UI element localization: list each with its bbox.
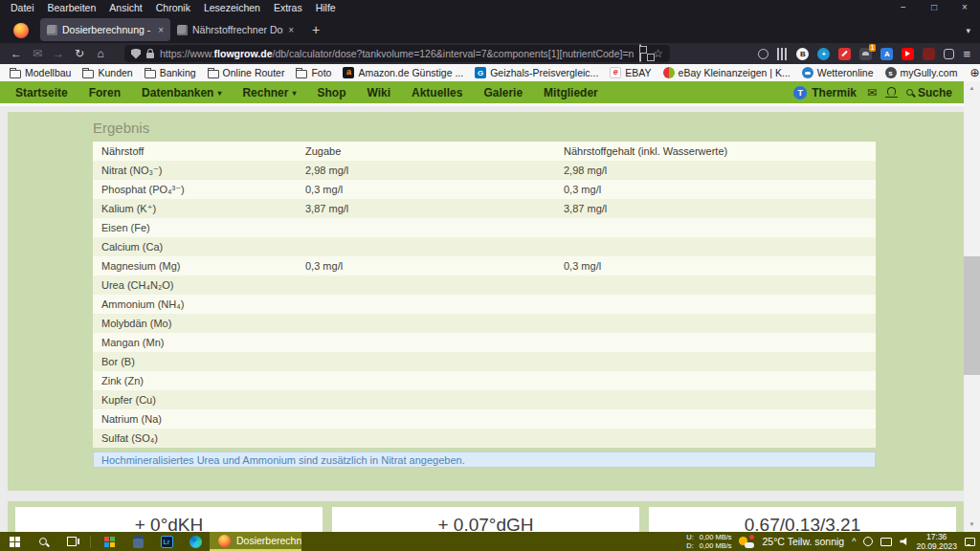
bookmark-icon [343,67,354,78]
menu-item[interactable]: Chronik [149,2,197,13]
new-tab-button[interactable]: + [312,22,320,37]
nutrient-label: Urea (CH₄N₂O) [93,279,297,291]
site-nav-label: Foren [89,86,121,99]
extension-red-tool-icon[interactable] [838,48,851,60]
table-row: Natrium (Na) [93,409,876,429]
nutrient-label: Calcium (Ca) [93,241,297,253]
tab-close-icon[interactable]: × [158,25,164,35]
result-panel: Ergebnis Nährstoff Zugabe Nährstoffgehal… [8,112,964,491]
messages-envelope-icon[interactable]: ✉ [867,86,877,99]
bookmark-item[interactable]: Banking [139,67,202,78]
action-center-icon[interactable] [965,538,975,546]
firefox-taskbar-button[interactable]: Dosierberechnung -... [210,532,301,551]
table-row: Eisen (Fe) [93,218,876,237]
url-bar[interactable]: https://www.flowgrow.de/db/calculator/do… [124,45,670,62]
extension-darkred-icon[interactable] [923,48,935,60]
bookmark-icon [145,70,156,78]
site-nav-item[interactable]: Datenbanken ▾ [131,86,232,99]
bookmark-item[interactable]: Online Router [202,67,291,78]
site-nav-item[interactable]: Startseite ▾ [5,86,78,99]
site-nav-item[interactable]: Foren ▾ [78,86,131,99]
notifications-bell-icon[interactable] [887,87,896,96]
scroll-up-icon[interactable]: ▲ [964,81,980,96]
scrollbar[interactable]: ▲ ▼ [964,81,980,532]
site-nav-item[interactable]: Galerie ▾ [473,86,533,99]
menu-item[interactable]: Lesezeichen [197,2,267,13]
home-icon[interactable]: ⌂ [90,47,111,60]
nutrient-label: Eisen (Fe) [93,222,297,233]
translate-extension-icon[interactable]: A [880,48,893,60]
menu-item[interactable]: Bearbeiten [41,2,103,13]
nutrient-label: Nitrat (NO₃⁻) [93,165,297,177]
youtube-extension-icon[interactable] [902,48,914,60]
site-nav-item[interactable]: Rechner ▾ [232,86,306,99]
table-row: Phosphat (PO₄³⁻) 0,3 mg/l 0,3 mg/l [93,180,876,199]
pinned-edge-icon[interactable] [181,532,210,551]
site-nav-item[interactable]: Wiki ▾ [356,86,401,99]
site-nav-label: Startseite [15,86,68,99]
clock[interactable]: 17:36 20.09.2023 [916,532,957,551]
screen: DateiBearbeitenAnsichtChronikLesezeichen… [0,0,980,551]
extension-compass-icon[interactable]: + [817,48,830,60]
bookmark-item[interactable]: Geizhals-Preisvergleic... [469,67,604,78]
close-button[interactable]: × [949,0,980,15]
menu-item[interactable]: Hilfe [309,2,343,13]
menu-item[interactable]: Datei [4,2,41,13]
pocket-icon[interactable] [758,49,768,59]
weather-text[interactable]: 25°C Teilw. sonnig [762,536,844,547]
task-view-icon[interactable] [57,532,86,551]
bookmark-item[interactable]: Wetteronline [796,67,880,78]
tray-chevron-icon[interactable]: ^ [852,537,856,546]
weather-icon[interactable] [739,535,754,549]
speaker-icon[interactable] [900,538,908,545]
pinned-calculator-icon[interactable] [123,532,152,551]
firefox-logo-icon [13,23,29,38]
col-naehrstoff: Nährstoff [93,145,297,157]
site-nav-item[interactable]: Mitglieder ▾ [533,86,609,99]
pinned-lightroom-icon[interactable] [152,532,181,551]
start-button[interactable] [0,532,29,551]
site-search[interactable]: Suche [906,86,952,99]
site-nav-item[interactable]: Aktuelles ▾ [401,86,473,99]
mail-icon[interactable]: ✉ [27,47,48,60]
user-menu[interactable]: T Thermik [793,86,857,99]
bookmark-item[interactable]: Foto [290,67,337,78]
bookmark-item[interactable]: Kunden [77,67,138,78]
bookmark-item[interactable]: Learningcenter DAA ... [963,67,980,78]
nutrient-label: Molybdän (Mo) [93,318,297,329]
library-icon[interactable] [777,48,788,60]
restore-button[interactable]: □ [919,0,949,15]
menu-item[interactable]: Extras [267,2,309,13]
list-all-tabs-icon[interactable]: ▾ [966,26,970,35]
display-icon[interactable] [880,538,892,546]
reload-icon[interactable]: ↻ [69,47,90,60]
tab-naehrstoffrechner[interactable]: Nährstoffrechner Dosierberech × [170,18,301,41]
bookmark-item[interactable]: EBAY [604,67,657,78]
taskbar-search-icon[interactable] [29,532,57,551]
back-icon[interactable]: ← [6,47,27,60]
scrollbar-thumb[interactable] [964,256,980,375]
bookmark-item[interactable]: Amazon.de Günstige ... [337,67,469,78]
scroll-down-icon[interactable]: ▼ [964,518,980,532]
firefox-view-icon[interactable] [944,49,954,59]
tab-close-icon[interactable]: × [288,25,294,35]
minimize-button[interactable]: − [888,0,919,15]
bookmark-label: Wetteronline [817,67,874,78]
tampermonkey-icon[interactable]: 1 [859,48,872,60]
table-row: Mangan (Mn) [93,333,876,352]
summary-card: + 0°dKH [15,507,323,532]
extension-b-icon[interactable]: B [796,48,809,60]
site-nav-item[interactable]: Shop ▾ [306,86,356,99]
bookmark-item[interactable]: myGully.com [880,67,964,78]
tab-dosierberechnung[interactable]: Dosierberechnung - Flowgrow | × [40,18,170,41]
table-row: Zink (Zn) [93,371,876,390]
lock-icon[interactable] [146,53,154,58]
pinned-app-grid-icon[interactable] [95,532,123,551]
forward-icon[interactable]: → [48,47,69,60]
tracking-shield-icon[interactable] [131,49,141,59]
menu-icon[interactable]: ≡ [963,48,970,60]
bookmark-item[interactable]: eBay Kleinanzeigen | K... [657,67,796,78]
tray-icon[interactable] [863,537,873,546]
bookmark-item[interactable]: Modellbau [4,67,77,78]
menu-item[interactable]: Ansicht [102,2,148,13]
